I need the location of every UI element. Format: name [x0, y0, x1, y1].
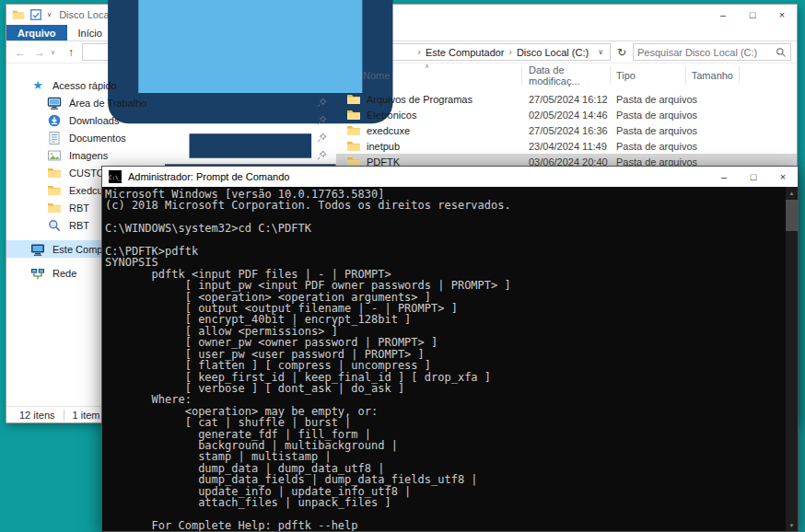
file-date: 27/05/2024 16:12 [522, 94, 611, 105]
sidebar-item-documentos[interactable]: Documentos [6, 129, 336, 146]
cmd-app-icon: C:\_ [109, 170, 122, 183]
column-header-tamanho[interactable]: Tamanho [686, 66, 740, 85]
breadcrumb-separator-icon: › [418, 47, 421, 57]
file-date: 02/05/2024 14:46 [522, 110, 611, 121]
file-name: Arquivos de Programas [367, 94, 472, 105]
folder-icon [346, 139, 361, 154]
pin-icon[interactable] [317, 150, 327, 160]
refresh-icon[interactable]: ↻ [613, 43, 630, 61]
cmd-maximize-button[interactable]: □ [739, 167, 768, 187]
address-history-dropdown-icon[interactable]: ∨ [598, 48, 605, 56]
downloads-icon [47, 113, 62, 128]
column-label: Data de modificaç... [529, 64, 610, 87]
status-separator [64, 410, 64, 421]
file-type: Pasta de arquivos [611, 110, 721, 121]
file-name: Eletronicos [367, 110, 416, 121]
console-output: Microsoft Windows [versão 10.0.17763.583… [102, 187, 798, 531]
column-label: Tamanho [692, 70, 733, 81]
search-box[interactable] [633, 43, 791, 61]
search-input[interactable] [637, 47, 776, 58]
scrollbar-thumb[interactable] [786, 200, 798, 231]
sidebar-item-label: Rede [52, 268, 76, 279]
sidebar-item-downloads[interactable]: Downloads [6, 111, 336, 129]
cmd-window: C:\_ Administrador: Prompt de Comando – … [101, 166, 799, 532]
table-row-inetpub[interactable]: inetpub 23/04/2024 11:49 Pasta de arquiv… [336, 138, 797, 154]
desktop-icon [47, 96, 62, 110]
qat-customize-dropdown-icon[interactable]: ∨ [47, 11, 52, 18]
column-header-nome[interactable]: ∧ Nome [336, 66, 522, 85]
navigation-bar: ← → ∨ ↑ › Este Computador › Disco Local … [6, 41, 797, 64]
file-type: Pasta de arquivos [611, 94, 721, 105]
desktop: { "colors": { "desktop": "#0d9d9e", "rib… [0, 0, 805, 532]
column-header-data[interactable]: Data de modificaç... [522, 66, 611, 85]
up-icon[interactable]: ↑ [63, 46, 79, 59]
table-row-arquivos-de-programas[interactable]: Arquivos de Programas 27/05/2024 16:12 P… [336, 91, 797, 107]
table-row-eletronicos[interactable]: Eletronicos 02/05/2024 14:46 Pasta de ar… [336, 107, 797, 122]
cmd-close-button[interactable]: × [768, 167, 798, 187]
scroll-down-icon[interactable]: ▼ [786, 519, 798, 531]
breadcrumb-este-computador[interactable]: Este Computador [426, 47, 505, 58]
console-scrollbar[interactable]: ▲ ▼ [786, 187, 798, 531]
back-icon[interactable]: ← [12, 46, 29, 59]
breadcrumb-separator-icon: › [509, 47, 512, 57]
column-label: Tipo [616, 70, 636, 81]
table-row-exedcuxe[interactable]: exedcuxe 27/05/2024 16:36 Pasta de arqui… [336, 122, 797, 138]
sidebar-item-label: Área de Trabalho [69, 98, 146, 109]
breadcrumb-disco-local[interactable]: Disco Local (C:) [517, 47, 589, 58]
file-type: Pasta de arquivos [611, 141, 721, 152]
scroll-up-icon[interactable]: ▲ [786, 187, 798, 199]
sidebar-item-label: RBT [69, 220, 89, 231]
file-name: exedcuxe [367, 125, 410, 136]
sidebar-item-label: RBT [69, 202, 89, 214]
folder-icon [346, 108, 361, 122]
folder-icon [346, 92, 361, 107]
column-headers: ∧ Nome Data de modificaç... Tipo Tamanho [336, 64, 797, 87]
saved-search-icon [47, 218, 62, 233]
pin-icon[interactable] [317, 115, 327, 125]
search-icon [776, 47, 787, 58]
cmd-window-title: Administrador: Prompt de Comando [128, 171, 289, 182]
documents-icon [47, 131, 62, 145]
quick-access-star-icon: ★ [30, 78, 45, 93]
explorer-app-icon [12, 8, 25, 21]
file-type: Pasta de arquivos [611, 125, 721, 136]
forward-icon[interactable]: → [31, 46, 48, 59]
explorer-maximize-button[interactable]: □ [738, 5, 767, 25]
sidebar-item-imagens[interactable]: Imagens [6, 146, 336, 164]
pin-icon[interactable] [317, 98, 327, 108]
sidebar-item-acesso-rapido[interactable]: ★ Acesso rápido [6, 76, 336, 94]
pin-icon[interactable] [317, 133, 327, 143]
file-date: 23/04/2024 11:49 [522, 141, 611, 152]
pictures-icon [47, 148, 62, 163]
sidebar-item-label: Acesso rápido [52, 80, 117, 91]
recent-locations-dropdown-icon[interactable]: ∨ [51, 49, 60, 56]
folder-icon [346, 123, 361, 138]
console-area[interactable]: Microsoft Windows [versão 10.0.17763.583… [102, 187, 798, 531]
explorer-close-button[interactable]: × [767, 5, 797, 25]
network-icon [30, 266, 45, 281]
sidebar-item-area-de-trabalho[interactable]: Área de Trabalho [6, 94, 336, 111]
file-name: inetpub [367, 141, 400, 152]
item-count: 12 itens [19, 410, 55, 421]
column-label: Nome [363, 70, 390, 81]
cmd-minimize-button[interactable]: – [709, 167, 739, 187]
folder-icon [47, 166, 62, 180]
folder-icon [47, 183, 62, 198]
file-date: 27/05/2024 16:36 [522, 125, 611, 136]
tab-arquivo[interactable]: Arquivo [6, 25, 67, 40]
explorer-minimize-button[interactable]: – [708, 5, 738, 25]
sidebar-item-label: Documentos [69, 133, 126, 144]
this-pc-icon [30, 242, 45, 257]
sidebar-item-label: Imagens [69, 150, 108, 161]
sort-ascending-icon: ∧ [425, 64, 429, 70]
column-header-tipo[interactable]: Tipo [611, 66, 686, 85]
cmd-titlebar: C:\_ Administrador: Prompt de Comando – … [102, 167, 798, 187]
sidebar-item-label: Downloads [69, 115, 119, 126]
address-bar[interactable]: › Este Computador › Disco Local (C:) ∨ [82, 43, 611, 61]
folder-icon [47, 201, 62, 215]
qat-properties-icon[interactable] [29, 8, 42, 21]
